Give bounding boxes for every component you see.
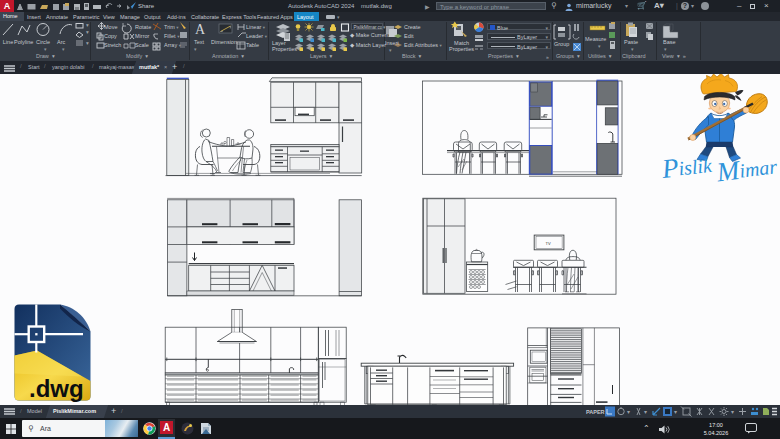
svg-text:.dwg: .dwg: [29, 375, 84, 402]
svg-text:Pislik: Pislik: [659, 149, 714, 184]
svg-text:TV: TV: [546, 241, 551, 246]
svg-text:▾: ▾: [731, 409, 734, 415]
svg-text:▾: ▾: [86, 29, 89, 35]
svg-text:▾: ▾: [86, 22, 89, 28]
svg-text:▾: ▾: [674, 409, 677, 415]
svg-text:A: A: [195, 22, 206, 37]
svg-text:Mimar: Mimar: [714, 150, 779, 187]
svg-text:▾: ▾: [86, 40, 89, 46]
svg-text:▾: ▾: [644, 409, 647, 415]
svg-text:▾: ▾: [627, 409, 630, 415]
